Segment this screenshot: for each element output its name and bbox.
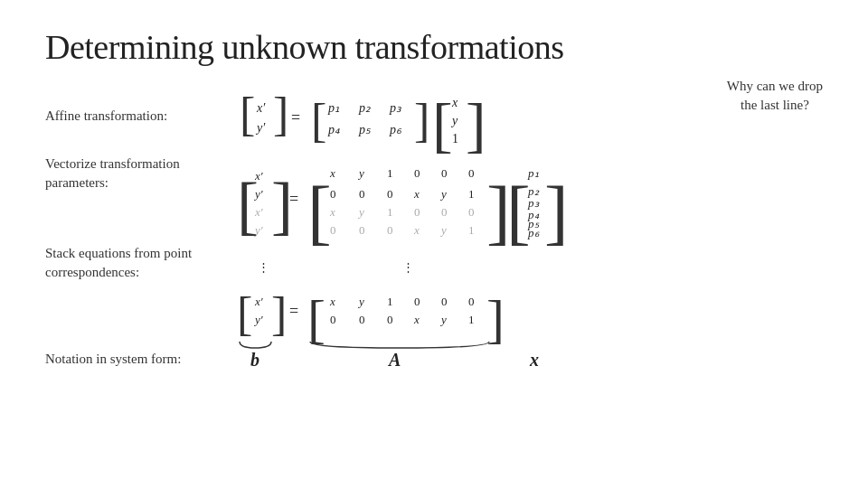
svg-text:p₁: p₁ bbox=[327, 101, 340, 115]
svg-text:⋮: ⋮ bbox=[258, 260, 269, 274]
svg-text:0: 0 bbox=[387, 313, 393, 326]
vectorize-row: Vectorize transformation parameters: [ x… bbox=[45, 155, 823, 240]
svg-text:1: 1 bbox=[452, 132, 458, 145]
svg-text:]: ] bbox=[486, 289, 505, 349]
svg-text:0: 0 bbox=[330, 313, 336, 326]
svg-text:p₅: p₅ bbox=[358, 123, 371, 136]
svg-text:0: 0 bbox=[359, 187, 365, 201]
svg-text:0: 0 bbox=[387, 187, 393, 201]
svg-text:]: ] bbox=[466, 90, 486, 159]
svg-text:x: x bbox=[413, 313, 420, 326]
svg-text:0: 0 bbox=[387, 223, 393, 237]
svg-text:0: 0 bbox=[441, 205, 448, 219]
stack-equation: ⋮ ⋮ [ x′ y′ ] = [ x y 1 0 0 0 bbox=[235, 244, 850, 348]
svg-text:p₂: p₂ bbox=[358, 101, 371, 115]
svg-text:0: 0 bbox=[468, 166, 475, 180]
svg-text:y: y bbox=[439, 313, 447, 326]
svg-text:[: [ bbox=[311, 95, 326, 146]
svg-text:[: [ bbox=[307, 172, 332, 251]
svg-text:x: x bbox=[413, 223, 420, 237]
svg-text:1: 1 bbox=[387, 205, 393, 219]
svg-text:y′: y′ bbox=[253, 223, 263, 237]
notation-row: Notation in system form: b A x bbox=[45, 350, 823, 404]
svg-text:]: ] bbox=[414, 95, 429, 146]
svg-text:1: 1 bbox=[387, 295, 393, 308]
svg-text:0: 0 bbox=[414, 295, 420, 308]
svg-text:x′: x′ bbox=[256, 101, 266, 115]
svg-text:p₃: p₃ bbox=[389, 101, 402, 115]
svg-text:p₄: p₄ bbox=[327, 123, 340, 136]
svg-text:y′: y′ bbox=[253, 313, 263, 326]
svg-text:0: 0 bbox=[330, 187, 336, 201]
affine-row: Affine transformation: [ x′ y′ ] = [ p₁ … bbox=[45, 87, 823, 145]
svg-text:A: A bbox=[387, 350, 401, 370]
svg-text:y: y bbox=[357, 295, 364, 308]
svg-text:x: x bbox=[329, 295, 335, 308]
svg-text:0: 0 bbox=[330, 223, 336, 237]
svg-text:0: 0 bbox=[359, 223, 365, 237]
svg-text:]: ] bbox=[544, 172, 569, 251]
svg-text:1: 1 bbox=[387, 166, 393, 180]
svg-text:0: 0 bbox=[441, 295, 448, 308]
svg-text:0: 0 bbox=[468, 295, 475, 308]
svg-text:[: [ bbox=[506, 172, 531, 251]
svg-text:x: x bbox=[529, 350, 539, 370]
svg-text:[: [ bbox=[432, 90, 453, 159]
svg-text:0: 0 bbox=[414, 166, 420, 180]
svg-text:x: x bbox=[451, 96, 458, 109]
svg-text:p₆: p₆ bbox=[389, 123, 402, 136]
svg-text:=: = bbox=[289, 190, 298, 208]
svg-text:0: 0 bbox=[468, 205, 475, 219]
svg-text:x: x bbox=[329, 205, 335, 219]
svg-text:y: y bbox=[439, 223, 447, 237]
svg-text:x′: x′ bbox=[254, 295, 263, 308]
svg-text:x: x bbox=[413, 187, 420, 201]
svg-text:1: 1 bbox=[468, 187, 475, 201]
svg-text:=: = bbox=[289, 302, 298, 320]
svg-text:=: = bbox=[291, 108, 300, 127]
slide: Determining unknown transformations Affi… bbox=[0, 0, 868, 488]
svg-text:y: y bbox=[450, 114, 458, 127]
svg-text:]: ] bbox=[273, 89, 288, 140]
svg-text:y: y bbox=[357, 166, 364, 180]
svg-text:y: y bbox=[439, 187, 447, 201]
stack-math: ⋮ ⋮ [ x′ y′ ] = [ x y 1 0 0 0 bbox=[235, 244, 850, 348]
svg-text:[: [ bbox=[240, 89, 255, 140]
svg-text:1: 1 bbox=[468, 223, 475, 237]
svg-text:0: 0 bbox=[441, 166, 448, 180]
notation-label: Notation in system form: bbox=[45, 350, 235, 369]
vectorize-math: [ x′ y′ x′ y′ ] = [ x y 1 0 0 0 0 0 bbox=[235, 155, 850, 240]
svg-text:[: [ bbox=[237, 288, 252, 340]
svg-text:x: x bbox=[329, 166, 335, 180]
svg-text:x′: x′ bbox=[254, 169, 263, 183]
svg-text:p₁: p₁ bbox=[527, 166, 539, 180]
svg-text:⋮: ⋮ bbox=[402, 260, 414, 274]
svg-text:y: y bbox=[357, 205, 364, 219]
svg-text:y′: y′ bbox=[255, 121, 266, 135]
vectorize-equation: [ x′ y′ x′ y′ ] = [ x y 1 0 0 0 0 0 bbox=[235, 155, 850, 240]
why-note: Why can we drop the last line? bbox=[727, 77, 823, 115]
page-title: Determining unknown transformations bbox=[45, 27, 823, 67]
notation-equation: b A x bbox=[235, 350, 850, 395]
svg-text:0: 0 bbox=[359, 313, 365, 326]
svg-text:0: 0 bbox=[414, 205, 420, 219]
svg-text:p₆: p₆ bbox=[527, 226, 540, 239]
svg-text:[: [ bbox=[307, 289, 326, 349]
notation-math: b A x bbox=[235, 350, 850, 395]
svg-text:b: b bbox=[250, 350, 259, 370]
svg-text:1: 1 bbox=[468, 313, 475, 326]
affine-label: Affine transformation: bbox=[45, 107, 235, 126]
stack-row: Stack equations from point correspondenc… bbox=[45, 244, 823, 348]
vectorize-label: Vectorize transformation parameters: bbox=[45, 155, 235, 192]
svg-text:x′: x′ bbox=[254, 205, 263, 219]
svg-text:]: ] bbox=[271, 288, 287, 340]
stack-label: Stack equations from point correspondenc… bbox=[45, 244, 235, 282]
svg-text:y′: y′ bbox=[253, 187, 263, 201]
affine-equation: [ x′ y′ ] = [ p₁ p₂ p₃ p₄ p₅ p₆ ] [ x y … bbox=[235, 87, 615, 145]
